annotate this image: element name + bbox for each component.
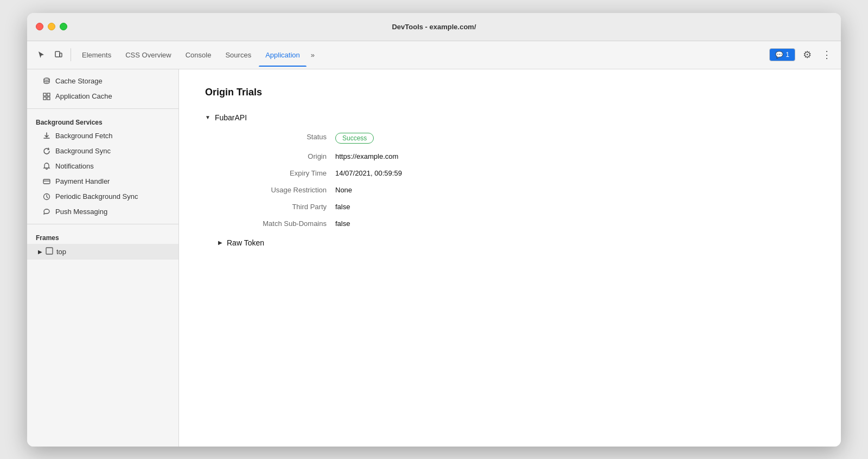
bg-services-header: Background Services	[27, 113, 178, 128]
notifications-icon	[42, 162, 51, 171]
divider	[71, 48, 71, 61]
frame-arrow-icon: ▶	[38, 249, 42, 255]
sidebar: Cache Storage Application Cache Backgrou…	[27, 69, 179, 447]
maximize-button[interactable]	[60, 23, 67, 30]
title-bar: DevTools - example.com/	[27, 13, 841, 41]
toolbar: Elements CSS Overview Console Sources Ap…	[27, 41, 841, 69]
api-name: FubarAPI	[215, 113, 247, 122]
application-cache-label: Application Cache	[55, 92, 112, 100]
toolbar-tabs: Elements CSS Overview Console Sources Ap…	[75, 48, 767, 62]
match-domains-label: Match Sub-Domains	[218, 219, 327, 228]
sidebar-item-cache-storage[interactable]: Cache Storage	[27, 74, 178, 89]
status-badge: Success	[335, 133, 374, 144]
background-fetch-icon	[42, 132, 51, 140]
third-party-label: Third Party	[218, 203, 327, 211]
main-panel: Origin Trials ▼ FubarAPI Status Success …	[179, 69, 841, 447]
notifications-label: Notifications	[55, 162, 94, 170]
tab-application[interactable]: Application	[259, 48, 307, 62]
push-messaging-label: Push Messaging	[55, 208, 107, 216]
sidebar-item-push-messaging[interactable]: Push Messaging	[27, 204, 178, 219]
sidebar-divider-2	[27, 224, 178, 224]
toolbar-right: 💬 1 ⚙ ⋮	[769, 47, 834, 62]
svg-rect-9	[46, 248, 53, 254]
notification-badge-button[interactable]: 💬 1	[769, 48, 795, 61]
more-options-button[interactable]: ⋮	[819, 47, 834, 62]
usage-value: None	[335, 186, 815, 194]
periodic-bg-sync-icon	[42, 192, 51, 201]
settings-button[interactable]: ⚙	[800, 47, 815, 62]
device-icon[interactable]	[51, 47, 66, 62]
frames-header: Frames	[27, 229, 178, 244]
badge-count: 1	[786, 51, 789, 59]
detail-grid: Status Success Origin https://example.co…	[218, 133, 815, 228]
periodic-bg-sync-label: Periodic Background Sync	[55, 192, 138, 201]
tab-console[interactable]: Console	[179, 48, 218, 62]
expiry-value: 14/07/2021, 00:59:59	[335, 169, 815, 177]
page-title: Origin Trials	[205, 87, 815, 98]
frame-box-icon	[46, 247, 53, 256]
svg-rect-7	[43, 179, 50, 184]
api-expand-header[interactable]: ▼ FubarAPI	[205, 111, 815, 124]
sidebar-item-background-sync[interactable]: Background Sync	[27, 144, 178, 159]
sidebar-item-top-frame[interactable]: ▶ top	[27, 244, 178, 260]
background-sync-icon	[42, 147, 51, 156]
payment-handler-icon	[42, 177, 51, 186]
tab-sources[interactable]: Sources	[219, 48, 258, 62]
raw-token-expand[interactable]: ▶ Raw Token	[218, 236, 815, 249]
window-title: DevTools - example.com/	[392, 23, 476, 31]
raw-token-label: Raw Token	[227, 238, 264, 247]
usage-label: Usage Restriction	[218, 186, 327, 194]
chat-icon: 💬	[775, 51, 783, 59]
third-party-value: false	[335, 203, 815, 211]
sidebar-item-payment-handler[interactable]: Payment Handler	[27, 174, 178, 189]
raw-token-arrow-icon: ▶	[218, 240, 222, 245]
expand-triangle-icon: ▼	[205, 114, 210, 120]
status-label: Status	[218, 133, 327, 144]
api-section-fubar: ▼ FubarAPI Status Success Origin https:/…	[205, 111, 815, 249]
svg-rect-1	[60, 53, 62, 57]
push-messaging-icon	[42, 208, 51, 216]
sidebar-item-application-cache[interactable]: Application Cache	[27, 89, 178, 104]
expiry-label: Expiry Time	[218, 169, 327, 177]
background-sync-label: Background Sync	[55, 147, 111, 155]
content-area: Cache Storage Application Cache Backgrou…	[27, 69, 841, 447]
cache-storage-label: Cache Storage	[55, 77, 103, 85]
payment-handler-label: Payment Handler	[55, 177, 110, 185]
svg-rect-0	[55, 51, 60, 57]
svg-rect-4	[47, 93, 50, 96]
sidebar-divider-1	[27, 108, 178, 109]
traffic-lights	[36, 23, 67, 30]
svg-rect-6	[47, 97, 50, 100]
svg-point-2	[44, 78, 49, 80]
status-value: Success	[335, 133, 815, 144]
cursor-icon[interactable]	[34, 47, 49, 62]
close-button[interactable]	[36, 23, 43, 30]
svg-rect-3	[43, 93, 46, 96]
sidebar-item-periodic-bg-sync[interactable]: Periodic Background Sync	[27, 189, 178, 204]
more-tabs-button[interactable]: »	[308, 49, 318, 61]
sidebar-item-background-fetch[interactable]: Background Fetch	[27, 128, 178, 144]
application-cache-icon	[42, 92, 51, 101]
minimize-button[interactable]	[48, 23, 55, 30]
devtools-window: DevTools - example.com/ Elements CSS Ove…	[27, 13, 841, 447]
origin-label: Origin	[218, 152, 327, 160]
origin-value: https://example.com	[335, 152, 815, 160]
match-domains-value: false	[335, 219, 815, 228]
background-fetch-label: Background Fetch	[55, 132, 113, 140]
cache-storage-icon	[42, 77, 51, 86]
tab-css-overview[interactable]: CSS Overview	[119, 48, 178, 62]
top-frame-label: top	[56, 248, 66, 256]
tab-elements[interactable]: Elements	[75, 48, 118, 62]
sidebar-item-notifications[interactable]: Notifications	[27, 159, 178, 174]
svg-rect-5	[43, 97, 46, 100]
